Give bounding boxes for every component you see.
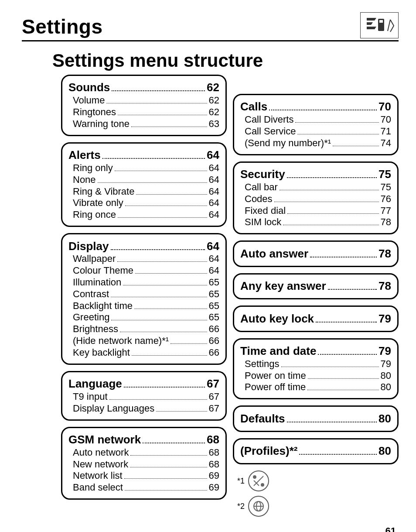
toc-item-label: Backlight time [73,300,133,312]
toc-section: Display64Wallpaper64Colour Theme64Illumi… [61,233,227,365]
toc-section: Defaults80 [233,405,399,432]
toc-item-page: 78 [381,216,391,228]
toc-item: Fixed dial77 [240,205,391,216]
toc-item-label: (Send my number)*¹ [245,137,331,149]
toc-item-label: Network list [73,470,123,481]
dot-leader [156,402,207,412]
toc-column-right: Calls70Call Diverts70Call Service71(Send… [233,75,399,521]
toc-section: Any key answer78 [233,273,399,299]
toc-item-label: Volume [73,95,105,106]
globe-icon [248,496,269,517]
toc-item-label: Ring once [73,209,116,220]
toc-item: Volume62 [68,94,219,106]
dot-leader [274,193,379,202]
toc-section-page: 78 [378,247,391,261]
toc-item-page: 69 [209,470,219,481]
dot-leader [118,209,207,218]
toc-item: Power off time80 [240,381,391,393]
toc-item-label: Display Languages [73,403,154,414]
toc-item-page: 65 [209,277,219,288]
dot-leader [112,80,205,91]
dot-leader [131,118,207,127]
toc-item-label: Power off time [245,381,306,393]
toc-item-page: 64 [209,162,219,174]
toc-item: None64 [68,174,219,185]
toc-item-page: 76 [381,193,391,205]
toc-item-page: 64 [209,186,219,197]
toc-item-page: 64 [209,265,219,276]
dot-leader [124,377,205,388]
dot-leader [283,216,378,226]
toc-item: Ringtones62 [68,106,219,118]
dot-leader [308,370,379,379]
toc-item-label: Auto network [73,447,129,458]
toc-item-label: Ring only [73,162,113,174]
toc-item-page: 62 [209,95,219,106]
footnote-1: *1 [237,470,399,491]
footnote-2-marker: *2 [237,502,245,511]
dot-leader [123,276,207,285]
dot-leader [125,481,207,491]
toc-section-page: 64 [207,240,219,253]
toc-item: Colour Theme64 [68,264,219,276]
toc-item-label: Band select [73,482,123,493]
toc-section-heading: Auto answer78 [240,246,391,260]
dot-leader [307,381,378,391]
toc-section-label: GSM network [68,433,141,446]
dot-leader [111,288,207,297]
toc-item: Auto network68 [68,446,219,458]
toc-item: Band select69 [68,481,219,493]
toc-section-heading: Sounds62 [68,80,219,94]
toc-item: Call Service71 [240,125,391,137]
dot-leader [170,335,207,344]
toc-item: Call bar75 [240,181,391,193]
dot-leader [111,239,205,250]
toc-column-left: Sounds62Volume62Ringtones62Warning tone6… [61,75,227,521]
toc-item-page: 74 [381,137,391,149]
toc-section-label: Sounds [68,81,110,94]
toc-section-page: 70 [378,100,391,113]
dot-leader [115,162,207,171]
toc-section-label: Calls [240,100,267,113]
toc-item-label: Ringtones [73,106,116,118]
dot-leader [135,264,207,274]
toc-item-label: Contrast [73,288,109,300]
toc-item-page: 68 [209,459,219,470]
dot-leader [106,94,207,103]
dot-leader [333,137,378,146]
toc-item-label: Call bar [245,182,278,193]
dot-leader [134,300,207,309]
toc-item: Settings79 [240,358,391,370]
dot-leader [281,358,379,367]
toc-section-page: 64 [207,148,219,162]
dot-leader [136,185,207,195]
toc-section: Sounds62Volume62Ringtones62Warning tone6… [61,75,227,136]
toc-item-label: (Hide network name)*¹ [73,335,169,347]
toc-section: Auto answer78 [233,240,399,267]
toc-section-label: Defaults [240,412,285,426]
toc-item-label: New network [73,459,128,470]
toc-item-label: T9 input [73,391,108,402]
toc-section-label: Alerts [68,148,101,162]
toc-item: Display Languages67 [68,402,219,414]
toc-section: Time and date79Settings79Power on time80… [233,338,399,400]
toc-item: Ring & Vibrate64 [68,185,219,197]
toc-item-label: Greeting [73,312,109,323]
dot-leader [130,458,207,467]
dot-leader [287,411,377,422]
svg-point-3 [261,484,264,486]
toc-item-page: 64 [209,253,219,264]
toc-section-label: Display [68,240,109,253]
toc-section-heading: Security75 [240,167,391,181]
svg-rect-1 [379,20,383,23]
toc-item: Ring only64 [68,162,219,174]
toc-section-heading: Any key answer78 [240,279,391,293]
toc-item-page: 70 [381,114,391,125]
dot-leader [295,113,378,123]
toc-item-label: Call Diverts [245,114,293,125]
toc-item-page: 67 [209,403,219,414]
toc-item-label: None [73,174,96,185]
dot-leader [269,100,377,110]
toc-item-label: Power on time [245,370,306,381]
toc-item: Codes76 [240,193,391,205]
